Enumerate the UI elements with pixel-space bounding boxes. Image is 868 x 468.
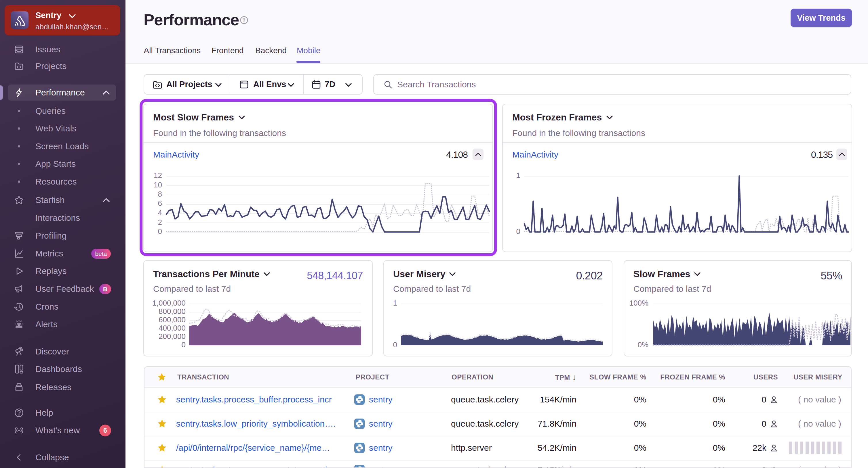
svg-text:?: ? bbox=[243, 18, 246, 23]
